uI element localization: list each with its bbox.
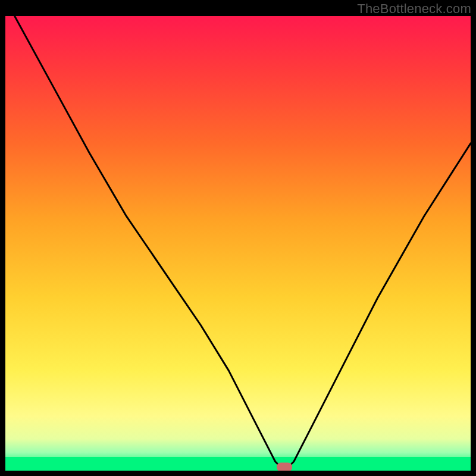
plot-outer [5, 16, 471, 471]
plot-area [5, 16, 471, 471]
chart-frame: TheBottleneck.com [0, 0, 476, 476]
current-point-marker [277, 463, 292, 471]
watermark-text: TheBottleneck.com [357, 1, 471, 17]
bottleneck-curve [15, 16, 471, 471]
bottleneck-curve-svg [5, 16, 471, 471]
